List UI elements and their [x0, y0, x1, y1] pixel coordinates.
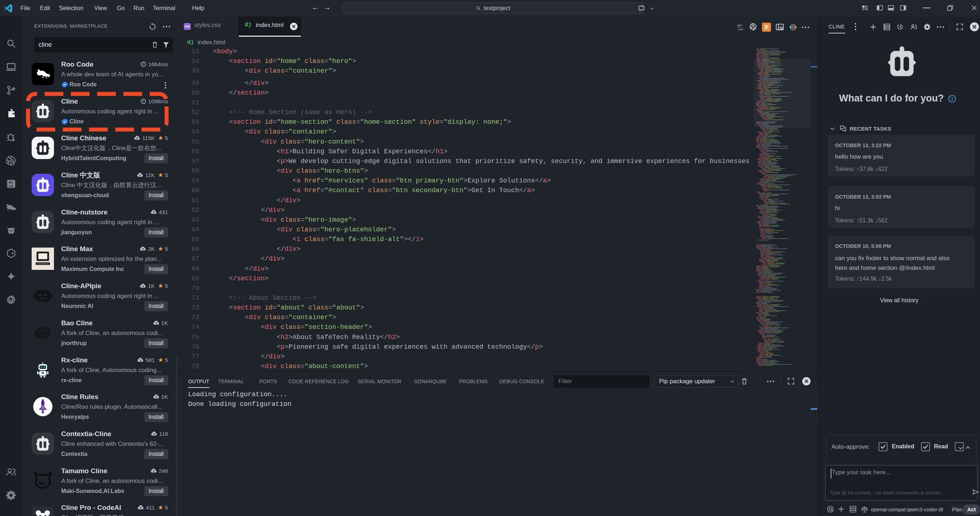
svg-text:LO: LO	[9, 184, 13, 188]
svg-text:H2: H2	[9, 181, 13, 184]
